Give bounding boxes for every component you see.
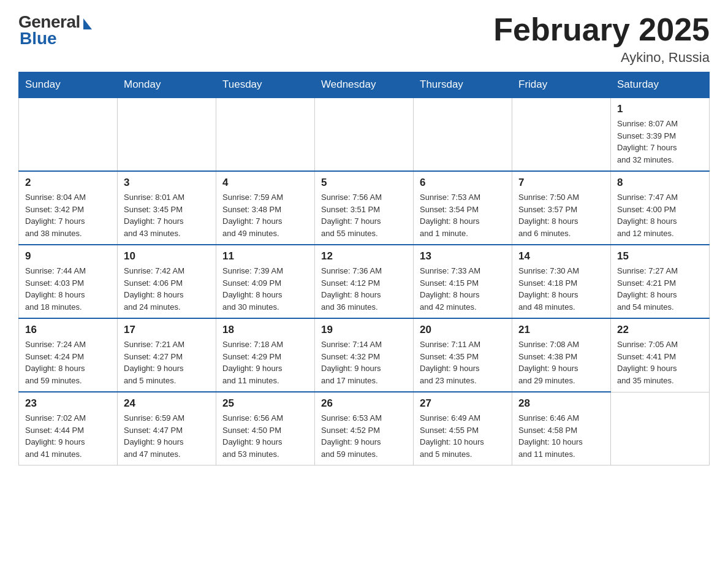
calendar-cell: 12Sunrise: 7:36 AM Sunset: 4:12 PM Dayli… — [315, 245, 414, 318]
calendar-week-4: 16Sunrise: 7:24 AM Sunset: 4:24 PM Dayli… — [19, 318, 710, 392]
weekday-header-wednesday: Wednesday — [315, 72, 414, 98]
day-info: Sunrise: 7:02 AM Sunset: 4:44 PM Dayligh… — [25, 412, 111, 460]
day-info: Sunrise: 7:56 AM Sunset: 3:51 PM Dayligh… — [321, 191, 407, 239]
logo: General Blue — [18, 12, 92, 48]
day-number: 20 — [420, 324, 506, 336]
day-info: Sunrise: 7:36 AM Sunset: 4:12 PM Dayligh… — [321, 265, 407, 313]
day-info: Sunrise: 7:27 AM Sunset: 4:21 PM Dayligh… — [617, 265, 703, 313]
calendar-cell: 4Sunrise: 7:59 AM Sunset: 3:48 PM Daylig… — [216, 171, 315, 245]
calendar-cell — [19, 98, 118, 171]
day-number: 25 — [222, 397, 308, 410]
calendar-cell: 7Sunrise: 7:50 AM Sunset: 3:57 PM Daylig… — [512, 171, 611, 245]
day-info: Sunrise: 7:39 AM Sunset: 4:09 PM Dayligh… — [222, 265, 308, 313]
logo-arrow-icon — [83, 18, 92, 29]
day-number: 19 — [321, 324, 407, 336]
month-title: February 2025 — [493, 12, 710, 47]
weekday-header-thursday: Thursday — [414, 72, 512, 98]
day-info: Sunrise: 8:01 AM Sunset: 3:45 PM Dayligh… — [124, 191, 210, 239]
day-info: Sunrise: 6:49 AM Sunset: 4:55 PM Dayligh… — [420, 412, 506, 460]
weekday-header-friday: Friday — [512, 72, 611, 98]
weekday-header-saturday: Saturday — [611, 72, 710, 98]
day-number: 2 — [25, 177, 111, 189]
calendar-cell: 20Sunrise: 7:11 AM Sunset: 4:35 PM Dayli… — [414, 318, 512, 392]
day-number: 21 — [518, 324, 604, 336]
weekday-header-monday: Monday — [118, 72, 216, 98]
day-number: 16 — [25, 324, 111, 336]
day-number: 22 — [617, 324, 703, 336]
calendar-cell: 14Sunrise: 7:30 AM Sunset: 4:18 PM Dayli… — [512, 245, 611, 318]
title-section: February 2025 Aykino, Russia — [493, 12, 710, 66]
day-number: 3 — [124, 177, 210, 189]
weekday-header-tuesday: Tuesday — [216, 72, 315, 98]
day-number: 23 — [25, 397, 111, 410]
calendar-cell: 28Sunrise: 6:46 AM Sunset: 4:58 PM Dayli… — [512, 392, 611, 465]
day-info: Sunrise: 7:21 AM Sunset: 4:27 PM Dayligh… — [124, 339, 210, 386]
calendar-cell: 1Sunrise: 8:07 AM Sunset: 3:39 PM Daylig… — [611, 98, 710, 171]
calendar-cell: 18Sunrise: 7:18 AM Sunset: 4:29 PM Dayli… — [216, 318, 315, 392]
calendar-cell — [512, 98, 611, 171]
day-info: Sunrise: 7:08 AM Sunset: 4:38 PM Dayligh… — [518, 339, 604, 386]
day-number: 4 — [222, 177, 308, 189]
calendar-cell — [414, 98, 512, 171]
day-number: 26 — [321, 397, 407, 410]
location: Aykino, Russia — [493, 50, 710, 66]
day-info: Sunrise: 8:04 AM Sunset: 3:42 PM Dayligh… — [25, 191, 111, 239]
day-info: Sunrise: 6:56 AM Sunset: 4:50 PM Dayligh… — [222, 412, 308, 460]
day-info: Sunrise: 7:47 AM Sunset: 4:00 PM Dayligh… — [617, 191, 703, 239]
day-info: Sunrise: 7:44 AM Sunset: 4:03 PM Dayligh… — [25, 265, 111, 313]
day-number: 10 — [124, 250, 210, 262]
page-header: General Blue February 2025 Aykino, Russi… — [18, 12, 710, 66]
calendar-cell: 17Sunrise: 7:21 AM Sunset: 4:27 PM Dayli… — [118, 318, 216, 392]
day-info: Sunrise: 7:50 AM Sunset: 3:57 PM Dayligh… — [518, 191, 604, 239]
day-info: Sunrise: 7:53 AM Sunset: 3:54 PM Dayligh… — [420, 191, 506, 239]
calendar-cell: 10Sunrise: 7:42 AM Sunset: 4:06 PM Dayli… — [118, 245, 216, 318]
day-number: 5 — [321, 177, 407, 189]
calendar-cell: 9Sunrise: 7:44 AM Sunset: 4:03 PM Daylig… — [19, 245, 118, 318]
calendar-cell: 25Sunrise: 6:56 AM Sunset: 4:50 PM Dayli… — [216, 392, 315, 465]
calendar-week-2: 2Sunrise: 8:04 AM Sunset: 3:42 PM Daylig… — [19, 171, 710, 245]
calendar-cell — [611, 392, 710, 465]
day-number: 1 — [617, 103, 703, 115]
day-info: Sunrise: 7:18 AM Sunset: 4:29 PM Dayligh… — [222, 339, 308, 386]
calendar-cell: 24Sunrise: 6:59 AM Sunset: 4:47 PM Dayli… — [118, 392, 216, 465]
calendar-cell: 26Sunrise: 6:53 AM Sunset: 4:52 PM Dayli… — [315, 392, 414, 465]
calendar-cell: 3Sunrise: 8:01 AM Sunset: 3:45 PM Daylig… — [118, 171, 216, 245]
calendar-cell: 27Sunrise: 6:49 AM Sunset: 4:55 PM Dayli… — [414, 392, 512, 465]
calendar-week-5: 23Sunrise: 7:02 AM Sunset: 4:44 PM Dayli… — [19, 392, 710, 465]
calendar-cell: 5Sunrise: 7:56 AM Sunset: 3:51 PM Daylig… — [315, 171, 414, 245]
weekday-header-row: SundayMondayTuesdayWednesdayThursdayFrid… — [19, 72, 710, 98]
calendar-cell: 15Sunrise: 7:27 AM Sunset: 4:21 PM Dayli… — [611, 245, 710, 318]
calendar-cell: 23Sunrise: 7:02 AM Sunset: 4:44 PM Dayli… — [19, 392, 118, 465]
day-info: Sunrise: 6:59 AM Sunset: 4:47 PM Dayligh… — [124, 412, 210, 460]
day-info: Sunrise: 7:11 AM Sunset: 4:35 PM Dayligh… — [420, 339, 506, 386]
day-number: 12 — [321, 250, 407, 262]
day-number: 18 — [222, 324, 308, 336]
day-number: 7 — [518, 177, 604, 189]
calendar-cell: 22Sunrise: 7:05 AM Sunset: 4:41 PM Dayli… — [611, 318, 710, 392]
calendar-cell: 6Sunrise: 7:53 AM Sunset: 3:54 PM Daylig… — [414, 171, 512, 245]
calendar-cell: 13Sunrise: 7:33 AM Sunset: 4:15 PM Dayli… — [414, 245, 512, 318]
calendar-cell: 11Sunrise: 7:39 AM Sunset: 4:09 PM Dayli… — [216, 245, 315, 318]
calendar-cell: 19Sunrise: 7:14 AM Sunset: 4:32 PM Dayli… — [315, 318, 414, 392]
day-info: Sunrise: 7:59 AM Sunset: 3:48 PM Dayligh… — [222, 191, 308, 239]
day-info: Sunrise: 7:42 AM Sunset: 4:06 PM Dayligh… — [124, 265, 210, 313]
day-number: 24 — [124, 397, 210, 410]
calendar-cell — [118, 98, 216, 171]
day-number: 28 — [518, 397, 604, 410]
day-number: 9 — [25, 250, 111, 262]
calendar-table: SundayMondayTuesdayWednesdayThursdayFrid… — [18, 72, 710, 465]
day-info: Sunrise: 7:05 AM Sunset: 4:41 PM Dayligh… — [617, 339, 703, 386]
day-number: 27 — [420, 397, 506, 410]
calendar-cell — [216, 98, 315, 171]
day-number: 13 — [420, 250, 506, 262]
calendar-cell: 2Sunrise: 8:04 AM Sunset: 3:42 PM Daylig… — [19, 171, 118, 245]
day-info: Sunrise: 6:53 AM Sunset: 4:52 PM Dayligh… — [321, 412, 407, 460]
day-info: Sunrise: 6:46 AM Sunset: 4:58 PM Dayligh… — [518, 412, 604, 460]
logo-blue-text: Blue — [20, 29, 57, 48]
day-info: Sunrise: 8:07 AM Sunset: 3:39 PM Dayligh… — [617, 118, 703, 166]
calendar-cell — [315, 98, 414, 171]
day-info: Sunrise: 7:33 AM Sunset: 4:15 PM Dayligh… — [420, 265, 506, 313]
day-number: 6 — [420, 177, 506, 189]
day-info: Sunrise: 7:14 AM Sunset: 4:32 PM Dayligh… — [321, 339, 407, 386]
weekday-header-sunday: Sunday — [19, 72, 118, 98]
